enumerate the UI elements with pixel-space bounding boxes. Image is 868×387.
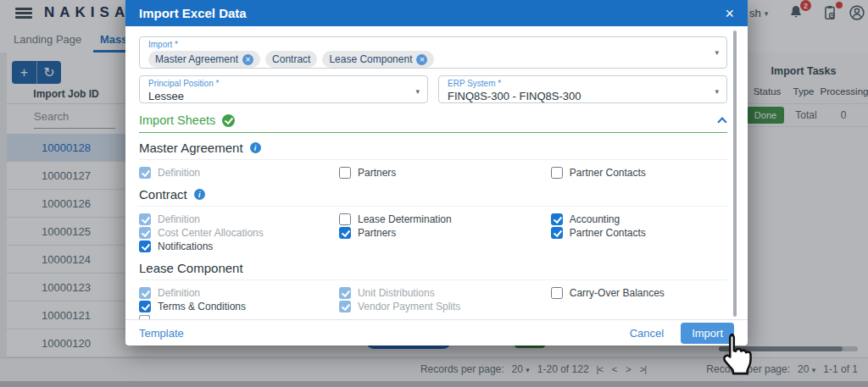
sheet-checkbox-item[interactable]: Carry-Over Balances xyxy=(551,286,727,300)
chip-label: Master Agreement xyxy=(155,53,238,65)
checkbox-label: Definition xyxy=(158,213,200,225)
checkbox-label: Definition xyxy=(158,287,200,299)
section-title-row: Master Agreementi xyxy=(139,141,727,160)
checkbox-grid: DefinitionUnit DistributionsCarry-Over B… xyxy=(139,280,727,313)
modal-header: Import Excel Data × xyxy=(125,0,748,26)
modal-body: Import * Master Agreement×ContractLease … xyxy=(125,26,748,319)
checkbox[interactable] xyxy=(139,167,151,179)
modal-title: Import Excel Data xyxy=(139,6,247,20)
import-chip[interactable]: Lease Component× xyxy=(322,51,434,68)
checkbox[interactable] xyxy=(551,287,563,299)
sheet-checkbox-item[interactable]: Notifications xyxy=(139,240,339,253)
erp-system-select[interactable]: ERP System * FINQ8S-300 - FINQ8S-300 ▾ xyxy=(438,75,727,103)
checkbox[interactable] xyxy=(139,240,151,252)
section-title-row: Lease Component xyxy=(139,261,727,280)
chevron-down-icon[interactable]: ▾ xyxy=(415,87,420,96)
checkbox[interactable] xyxy=(139,213,151,225)
checkbox[interactable] xyxy=(139,287,151,299)
section-title-row: Contracti xyxy=(139,187,727,207)
field-label: ERP System * xyxy=(448,79,704,88)
checkbox[interactable] xyxy=(339,301,351,312)
checkbox[interactable] xyxy=(551,167,563,179)
sheet-section: Master AgreementiDefinitionPartnersPartn… xyxy=(139,141,727,180)
modal-scrollbar[interactable] xyxy=(733,30,737,317)
checkbox-label: Terms & Conditions xyxy=(158,301,246,312)
import-chip[interactable]: Master Agreement× xyxy=(148,51,260,68)
info-icon[interactable]: i xyxy=(250,142,261,153)
chip-label: Lease Component xyxy=(329,53,412,65)
import-chip[interactable]: Contract xyxy=(265,51,317,68)
checkbox-label: Notifications xyxy=(158,240,213,252)
checkbox-label: Lease Determination xyxy=(358,213,452,225)
checkbox[interactable] xyxy=(339,167,351,179)
import-sheets-label: Import Sheets xyxy=(139,113,215,127)
info-icon[interactable]: i xyxy=(194,189,205,200)
checkbox-label: Definition xyxy=(158,167,200,179)
checkbox-label: Cost Center Allocations xyxy=(158,227,264,239)
checkbox[interactable] xyxy=(339,287,351,299)
modal-footer: Template Cancel Import xyxy=(125,319,748,346)
checkbox[interactable] xyxy=(339,213,351,225)
checkbox-label: Partner Contacts xyxy=(570,167,646,179)
checkbox-label: Partner Contacts xyxy=(570,227,646,239)
cancel-button[interactable]: Cancel xyxy=(630,327,664,340)
sheet-checkbox-item[interactable]: Cost Center Allocations xyxy=(139,226,339,240)
sheet-checkbox-item[interactable]: Terms & Conditions xyxy=(139,300,339,313)
sheet-checkbox-item[interactable]: Partners xyxy=(339,166,551,180)
import-multiselect[interactable]: Import * Master Agreement×ContractLease … xyxy=(139,36,727,69)
section-title: Contract xyxy=(139,187,187,202)
close-icon[interactable]: × xyxy=(725,6,734,21)
principal-position-select[interactable]: Principal Position * Lessee ▾ xyxy=(139,75,428,103)
checkbox-label: Carry-Over Balances xyxy=(570,287,665,299)
sheet-checkbox-item[interactable]: Definition xyxy=(139,213,339,226)
sheet-checkbox-item[interactable]: Definition xyxy=(139,166,339,180)
chip-label: Contract xyxy=(272,53,310,65)
sheet-checkbox-item[interactable]: Vendor Payment Splits xyxy=(339,300,551,313)
chip-remove-icon[interactable]: × xyxy=(416,54,427,65)
chevron-down-icon[interactable]: ▾ xyxy=(715,48,719,57)
template-link[interactable]: Template xyxy=(139,327,184,340)
checkbox-grid: DefinitionPartnersPartner Contacts xyxy=(139,160,727,180)
sheet-checkbox-item[interactable]: Unit Distributions xyxy=(339,286,551,300)
sheet-sections: Master AgreementiDefinitionPartnersPartn… xyxy=(139,141,727,313)
sheet-section: Lease ComponentDefinitionUnit Distributi… xyxy=(139,261,727,313)
checkbox-label: Partners xyxy=(358,227,396,239)
checkbox-label: Partners xyxy=(358,167,396,179)
sheet-checkbox-item[interactable]: Definition xyxy=(139,286,339,300)
checkbox-label: Accounting xyxy=(570,213,620,225)
checkbox[interactable] xyxy=(339,227,351,239)
import-button[interactable]: Import xyxy=(681,323,734,344)
sheet-section: ContractiDefinitionLease DeterminationAc… xyxy=(139,187,727,253)
checkbox-grid: DefinitionLease DeterminationAccountingC… xyxy=(139,207,727,253)
chevron-down-icon[interactable]: ▾ xyxy=(715,87,719,96)
checkbox-label: Unit Distributions xyxy=(358,287,435,299)
section-title: Lease Component xyxy=(139,261,243,275)
checkbox[interactable] xyxy=(139,301,151,312)
section-title: Master Agreement xyxy=(139,141,243,155)
import-excel-data-modal: Import Excel Data × Import * Master Agre… xyxy=(125,0,748,346)
import-sheets-header[interactable]: Import Sheets xyxy=(139,113,727,133)
checkbox[interactable] xyxy=(551,227,563,239)
sheet-checkbox-item[interactable]: Accounting xyxy=(551,213,727,226)
sheet-checkbox-item[interactable]: Partners xyxy=(339,226,551,240)
chip-remove-icon[interactable]: × xyxy=(242,54,253,65)
field-label: Principal Position * xyxy=(148,79,405,88)
sheet-checkbox-item[interactable]: Partner Contacts xyxy=(551,226,727,240)
field-value: FINQ8S-300 - FINQ8S-300 xyxy=(448,90,704,102)
sheet-checkbox-item[interactable]: Partner Contacts xyxy=(551,166,727,180)
sheet-checkbox-item[interactable]: Lease Determination xyxy=(339,213,551,226)
import-chips: Master Agreement×ContractLease Component… xyxy=(148,51,704,68)
checkbox-label: Vendor Payment Splits xyxy=(358,301,460,312)
checkbox[interactable] xyxy=(139,227,151,239)
chevron-up-icon[interactable] xyxy=(717,117,726,126)
field-value: Lessee xyxy=(148,90,405,102)
field-label: Import * xyxy=(148,40,704,49)
checkbox[interactable] xyxy=(551,213,563,225)
check-circle-icon xyxy=(222,114,235,127)
